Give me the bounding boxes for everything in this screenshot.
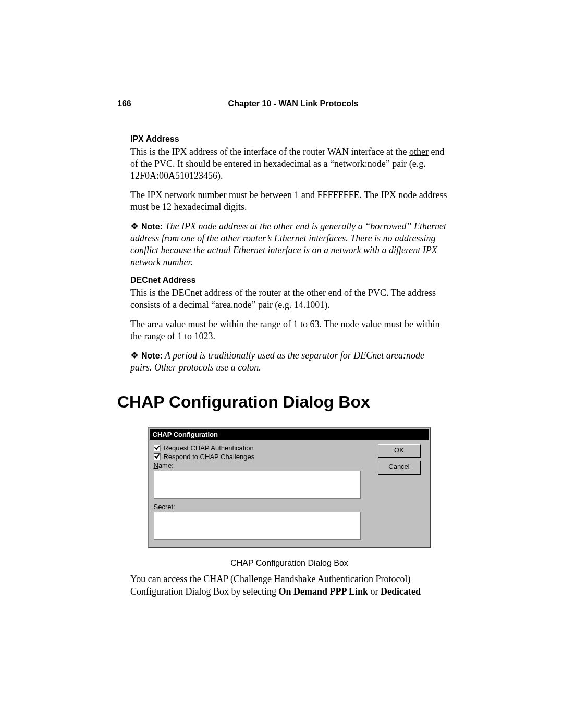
bold-text: On Demand PPP Link xyxy=(278,586,368,597)
request-chap-row[interactable]: Request CHAP Authentication xyxy=(154,444,373,452)
name-field[interactable] xyxy=(154,471,361,499)
decnet-heading: DECnet Address xyxy=(130,276,448,285)
label-rest: ame: xyxy=(158,462,174,470)
note-label: Note: xyxy=(141,222,163,231)
page-header: 166 Chapter 10 - WAN Link Protocols xyxy=(117,99,448,108)
cancel-button[interactable]: Cancel xyxy=(378,461,421,474)
note-text: The IPX node address at the other end is… xyxy=(130,221,446,267)
note-label: Note: xyxy=(141,351,163,360)
label-rest: espond to CHAP Challenges xyxy=(168,453,254,461)
page-content: IPX Address This is the IPX address of t… xyxy=(130,134,448,598)
request-chap-label: Request CHAP Authentication xyxy=(164,444,254,452)
bold-text: Dedicated xyxy=(381,586,421,597)
decnet-paragraph-2: The area value must be within the range … xyxy=(130,318,448,342)
underlined-other: other xyxy=(409,146,429,157)
secret-label: Secret: xyxy=(154,503,373,511)
label-rest: equest CHAP Authentication xyxy=(168,444,254,452)
accelerator: N xyxy=(154,462,158,470)
text: This is the DECnet address of the router… xyxy=(130,288,307,298)
accelerator: R xyxy=(164,453,168,461)
note-text: A period is traditionally used as the se… xyxy=(130,350,424,373)
underlined-other: other xyxy=(307,288,326,298)
dialog-left-column: Request CHAP Authentication Respond to C… xyxy=(154,444,373,540)
ipx-note: ❖ Note: The IPX node address at the othe… xyxy=(130,220,448,268)
request-chap-checkbox[interactable] xyxy=(154,445,161,451)
accelerator: S xyxy=(154,503,158,511)
name-label: Name: xyxy=(154,462,373,470)
figure-caption: CHAP Configuration Dialog Box xyxy=(130,559,448,568)
chapter-title: Chapter 10 - WAN Link Protocols xyxy=(138,99,448,108)
chap-dialog: CHAP Configuration Request CHAP Authenti… xyxy=(148,427,431,548)
respond-chap-row[interactable]: Respond to CHAP Challenges xyxy=(154,453,373,461)
chap-h1: CHAP Configuration Dialog Box xyxy=(117,392,448,412)
note-bullet-icon: ❖ xyxy=(130,350,141,361)
dialog-right-column: OK Cancel xyxy=(373,444,425,540)
text: or xyxy=(368,586,381,597)
page-number: 166 xyxy=(117,99,138,108)
accelerator: R xyxy=(164,444,168,452)
respond-chap-checkbox[interactable] xyxy=(154,453,161,460)
text: This is the IPX address of the interface… xyxy=(130,146,409,157)
document-page: 166 Chapter 10 - WAN Link Protocols IPX … xyxy=(0,0,563,728)
chap-paragraph: You can access the CHAP (Challenge Hands… xyxy=(130,573,448,597)
dialog-titlebar: CHAP Configuration xyxy=(150,429,429,440)
ok-button[interactable]: OK xyxy=(378,444,421,458)
secret-field[interactable] xyxy=(154,512,361,540)
note-bullet-icon: ❖ xyxy=(130,221,141,231)
label-rest: ecret: xyxy=(158,503,175,511)
decnet-paragraph-1: This is the DECnet address of the router… xyxy=(130,287,448,311)
ipx-heading: IPX Address xyxy=(130,134,448,144)
decnet-note: ❖ Note: A period is traditionally used a… xyxy=(130,350,448,374)
ipx-paragraph-2: The IPX network number must be between 1… xyxy=(130,189,448,213)
dialog-body: Request CHAP Authentication Respond to C… xyxy=(149,441,430,542)
respond-chap-label: Respond to CHAP Challenges xyxy=(164,453,255,461)
ipx-paragraph-1: This is the IPX address of the interface… xyxy=(130,146,448,182)
